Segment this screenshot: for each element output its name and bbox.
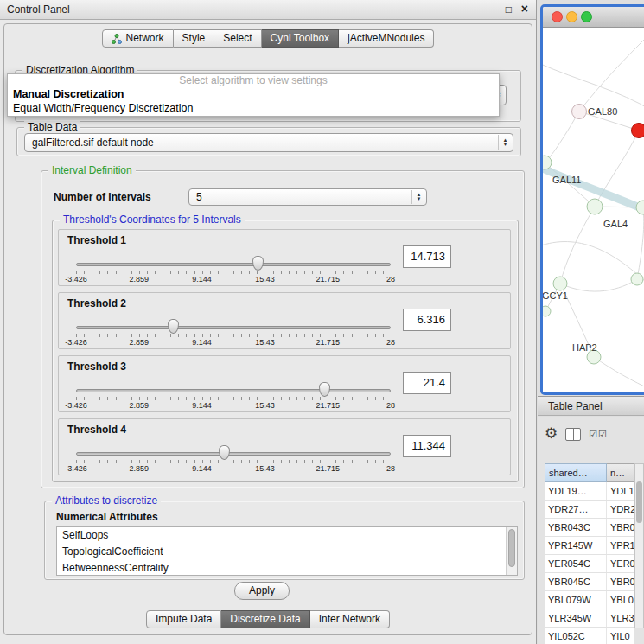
axis-tick-label: 9.144 (192, 464, 212, 473)
table-data-value: galFiltered.sif default node (32, 134, 154, 151)
scrollbar-thumb[interactable] (636, 481, 642, 523)
slider-track[interactable] (76, 263, 391, 266)
popup-option-equal-width[interactable]: Equal Width/Frequency Discretization (8, 101, 499, 115)
threshold-1-panel: Threshold 1 -3.426 2.859 9.144 15.43 21.… (58, 229, 511, 286)
table-row[interactable]: YDR27… YDR2 (545, 501, 634, 519)
tab-jactivemnodules[interactable]: jActiveMNodules (339, 29, 434, 48)
table-data-combobox[interactable]: galFiltered.sif default node ▲ ▼ (24, 133, 513, 152)
tab-network[interactable]: Network (102, 29, 174, 48)
zoom-traffic-light-icon[interactable] (581, 11, 592, 22)
network-node[interactable] (587, 199, 603, 214)
table-cell[interactable]: YPR1 (607, 537, 634, 554)
threshold-value-field[interactable]: 21.4 (403, 372, 451, 394)
table-cell[interactable]: YER054C (545, 555, 607, 572)
table-cell[interactable]: YPR145W (545, 537, 607, 554)
network-node[interactable] (553, 277, 567, 290)
combo-stepper-icon[interactable]: ▲ ▼ (498, 135, 512, 150)
table-scrollbar[interactable] (634, 463, 644, 628)
table-cell[interactable]: YLR345W (545, 609, 607, 627)
threshold-3-panel: Threshold 3 -3.426 2.859 9.144 15.43 21.… (58, 355, 511, 412)
table-row[interactable]: YBR043C YBR0 (545, 519, 634, 537)
threshold-value-field[interactable]: 6.316 (403, 309, 451, 331)
threshold-label: Threshold 1 (67, 234, 126, 246)
tab-impute-data[interactable]: Impute Data (146, 610, 221, 628)
axis-tick-label: -3.426 (65, 275, 87, 284)
column-header-shared[interactable]: shared… (545, 463, 607, 482)
tab-style[interactable]: Style (174, 29, 215, 48)
number-of-intervals-combobox[interactable]: 5 ▲ ▼ (188, 188, 427, 206)
axis-tick-label: 15.43 (255, 464, 275, 473)
apply-button[interactable]: Apply (234, 582, 290, 600)
axis-tick-label: 9.144 (192, 401, 212, 410)
table-cell[interactable]: YDL19… (545, 482, 607, 500)
table-cell[interactable]: YBR0 (607, 519, 634, 536)
minimize-traffic-light-icon[interactable] (566, 11, 577, 22)
table-cell[interactable]: YDR2 (607, 501, 634, 518)
table-cell[interactable]: YBR045C (545, 573, 607, 590)
threshold-4-slider[interactable]: -3.426 2.859 9.144 15.43 21.715 28 (76, 440, 391, 476)
axis-tick-label: 21.715 (316, 338, 340, 347)
slider-track[interactable] (76, 389, 391, 392)
table-row[interactable]: YER054C YER0 (545, 555, 634, 573)
combo-stepper-icon[interactable]: ▲ ▼ (411, 190, 425, 204)
numerical-attributes-list[interactable]: SelfLoops TopologicalCoefficient Between… (56, 526, 518, 576)
table-cell[interactable]: YBR043C (545, 519, 607, 536)
slider-thumb[interactable] (219, 445, 230, 460)
tab-cyni-toolbox[interactable]: Cyni Toolbox (262, 29, 339, 48)
selected-network-node[interactable] (632, 124, 644, 138)
network-node[interactable] (631, 273, 643, 285)
network-canvas[interactable]: GAL80 GAL11 GAL4 GCY1 HAP2 (543, 29, 644, 392)
table-cell[interactable]: YIL052C (545, 628, 607, 644)
network-node[interactable] (572, 105, 587, 119)
network-node[interactable] (543, 306, 551, 316)
table-cell[interactable]: YBL0 (607, 591, 634, 609)
list-item[interactable]: TopologicalCoefficient (57, 544, 517, 560)
table-row[interactable]: YBL079W YBL0 (545, 591, 634, 609)
slider-track[interactable] (76, 326, 391, 329)
scrollbar-thumb[interactable] (508, 529, 515, 567)
slider-ticks (76, 397, 391, 400)
column-header-name[interactable]: n… (607, 463, 634, 482)
tab-infer-network[interactable]: Infer Network (310, 610, 390, 628)
table-cell[interactable]: YBR0 (607, 573, 634, 590)
network-window-titlebar[interactable] (543, 7, 644, 28)
list-item[interactable]: BetweennessCentrality (57, 560, 517, 576)
table-cell[interactable]: YDL1 (607, 482, 634, 500)
select-columns-checkboxes-icon[interactable]: ☑☑ (589, 429, 608, 440)
slider-thumb[interactable] (319, 382, 330, 397)
threshold-value-field[interactable]: 11.344 (403, 435, 451, 457)
table-cell[interactable]: YDR27… (545, 501, 607, 518)
list-item[interactable]: SelfLoops (57, 527, 517, 544)
table-cell[interactable]: YER0 (607, 555, 634, 572)
list-scrollbar[interactable] (506, 527, 517, 575)
table-cell[interactable]: YIL0 (607, 628, 634, 644)
threshold-3-slider[interactable]: -3.426 2.859 9.144 15.43 21.715 28 (76, 377, 391, 413)
table-row[interactable]: YPR145W YPR1 (545, 537, 634, 555)
threshold-1-slider[interactable]: -3.426 2.859 9.144 15.43 21.715 28 (76, 251, 391, 287)
thresholds-group-title: Threshold's Coordinates for 5 Intervals (60, 214, 245, 226)
slider-thumb[interactable] (168, 319, 179, 334)
tab-discretize-data[interactable]: Discretize Data (221, 610, 309, 628)
axis-tick-label: 28 (386, 338, 395, 347)
float-window-icon[interactable]: □ (506, 3, 512, 16)
gear-icon[interactable]: ⚙ (545, 424, 558, 443)
tab-select[interactable]: Select (214, 29, 261, 48)
axis-tick-label: 2.859 (130, 275, 150, 284)
slider-thumb[interactable] (252, 256, 264, 271)
table-cell[interactable]: YLR3 (607, 609, 634, 627)
slider-track[interactable] (76, 452, 391, 456)
interval-definition-title: Interval Definition (48, 164, 136, 176)
table-data-group-title: Table Data (24, 121, 80, 133)
table-row[interactable]: YDL19… YDL1 (545, 482, 634, 501)
table-cell[interactable]: YBL079W (545, 591, 607, 609)
threshold-2-slider[interactable]: -3.426 2.859 9.144 15.43 21.715 28 (76, 314, 391, 350)
close-traffic-light-icon[interactable] (552, 11, 563, 22)
threshold-value-field[interactable]: 14.713 (403, 245, 451, 268)
table-row[interactable]: YBR045C YBR0 (545, 573, 634, 591)
popup-option-manual-discretization[interactable]: Manual Discretization (8, 87, 499, 101)
close-icon[interactable]: × (521, 2, 528, 16)
columns-icon[interactable] (565, 428, 581, 441)
table-data-group: Table Data galFiltered.sif default node … (16, 127, 521, 156)
table-row[interactable]: YIL052C YIL0 (545, 628, 634, 644)
table-row[interactable]: YLR345W YLR3 (545, 609, 634, 628)
